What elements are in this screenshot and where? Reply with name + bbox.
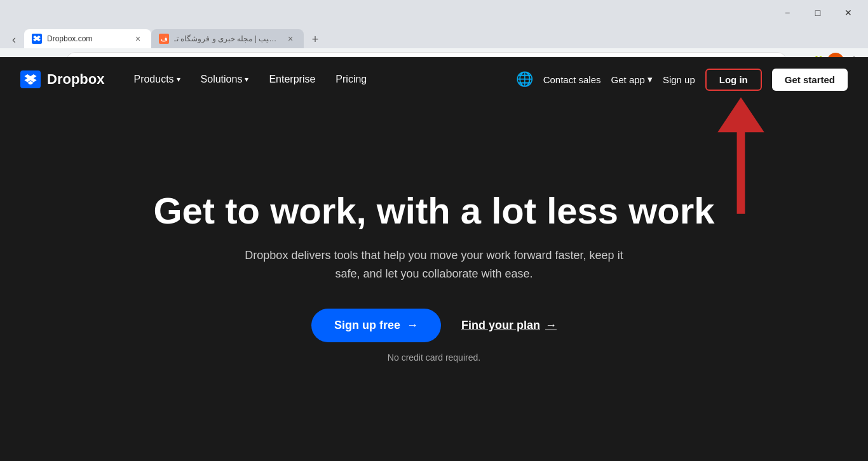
nav-items: Products ▾ Solutions ▾ Enterprise Pricin… [125, 69, 515, 90]
nav-right: 🌐 Contact sales Get app ▾ Sign up Log in… [516, 69, 848, 91]
get-app-chevron: ▾ [648, 74, 653, 85]
hero-subtitle: Dropbox delivers tools that help you mov… [237, 246, 631, 283]
dropbox-logo-icon [20, 70, 41, 88]
dropbox-page: Dropbox Products ▾ Solutions ▾ Enterpris… [0, 57, 868, 461]
find-plan-link[interactable]: Find your plan → [461, 319, 557, 332]
title-bar: − □ ✕ [0, 0, 868, 25]
tab-favicon-dropbox [32, 34, 42, 44]
maximize-button[interactable]: □ [803, 3, 832, 22]
nav-enterprise-label: Enterprise [269, 74, 315, 85]
get-app-link[interactable]: Get app ▾ [611, 74, 653, 85]
tab-dropbox[interactable]: Dropbox.com × [24, 29, 151, 48]
globe-icon[interactable]: 🌐 [516, 71, 533, 88]
window-controls: − □ ✕ [773, 3, 863, 22]
browser-chrome: − □ ✕ ‹ Dropbox.com × ف فراسیب | مجله خب… [0, 0, 868, 57]
get-started-button[interactable]: Get started [772, 69, 848, 91]
dropbox-logo-text: Dropbox [47, 71, 104, 88]
minimize-button[interactable]: − [773, 3, 802, 22]
sign-up-link[interactable]: Sign up [663, 74, 695, 85]
tab-bar: ‹ Dropbox.com × ف فراسیب | مجله خبری و ف… [0, 25, 868, 48]
new-tab-button[interactable]: + [306, 30, 324, 48]
no-credit-card-text: No credit card required. [388, 352, 480, 363]
log-in-button[interactable]: Log in [705, 69, 762, 91]
signup-free-button[interactable]: Sign up free → [311, 309, 441, 342]
contact-sales-link[interactable]: Contact sales [543, 74, 601, 85]
tab-favicon-farasib: ف [159, 34, 169, 44]
login-arrow-annotation [706, 86, 776, 225]
tab-farasib[interactable]: ف فراسیب | مجله خبری و فروشگاه تـ × [151, 29, 304, 48]
nav-products-chevron: ▾ [177, 75, 180, 84]
nav-products-label: Products [133, 74, 173, 85]
nav-item-solutions[interactable]: Solutions ▾ [192, 69, 258, 90]
tab-close-farasib[interactable]: × [285, 33, 296, 44]
nav-item-products[interactable]: Products ▾ [125, 69, 189, 90]
hero-section: Get to work, with a lot less work Dropbo… [0, 102, 868, 439]
nav-pricing-label: Pricing [336, 74, 367, 85]
tab-title-dropbox: Dropbox.com [47, 34, 127, 43]
close-button[interactable]: ✕ [834, 3, 863, 22]
find-plan-arrow-icon: → [545, 319, 557, 332]
hero-title: Get to work, with a lot less work [153, 190, 714, 231]
tab-title-farasib: فراسیب | مجله خبری و فروشگاه تـ [174, 34, 280, 43]
tab-list-button[interactable]: ‹ [5, 30, 23, 48]
main-nav: Dropbox Products ▾ Solutions ▾ Enterpris… [0, 57, 868, 102]
signup-arrow-icon: → [407, 319, 418, 332]
nav-item-enterprise[interactable]: Enterprise [260, 69, 324, 90]
dropbox-logo[interactable]: Dropbox [20, 70, 104, 88]
nav-solutions-label: Solutions [201, 74, 243, 85]
tab-close-dropbox[interactable]: × [132, 33, 144, 44]
bottom-strip [0, 439, 868, 461]
nav-solutions-chevron: ▾ [245, 75, 248, 84]
svg-marker-1 [717, 97, 764, 132]
nav-item-pricing[interactable]: Pricing [327, 69, 376, 90]
hero-buttons: Sign up free → Find your plan → [311, 309, 557, 342]
